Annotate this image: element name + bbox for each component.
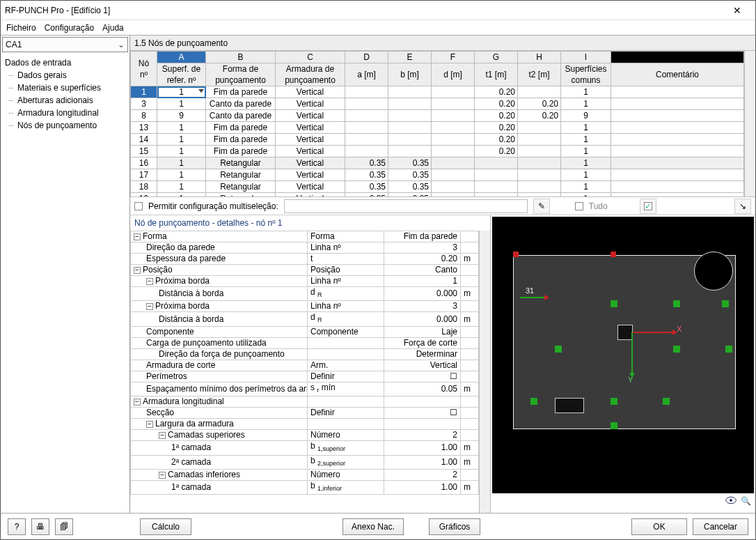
- cell-t1[interactable]: 0.20: [475, 110, 518, 122]
- detail-row[interactable]: Direção da força de punçoamento Determin…: [131, 348, 479, 360]
- col-no[interactable]: Nó nº: [131, 52, 157, 86]
- detail-value[interactable]: 0.000: [384, 312, 461, 326]
- cell-comment[interactable]: [611, 146, 744, 157]
- detail-value[interactable]: 1.00: [384, 441, 461, 455]
- detail-value[interactable]: Canto: [384, 265, 461, 276]
- apply-button[interactable]: [640, 199, 656, 214]
- cell-d[interactable]: [432, 134, 475, 146]
- detail-row[interactable]: Distância à borda d R 0.000 m: [131, 312, 479, 326]
- graficos-button[interactable]: Gráficos: [429, 518, 480, 535]
- detail-value[interactable]: 0.05: [384, 382, 461, 396]
- cell-t2[interactable]: 0.20: [518, 110, 561, 122]
- row-no[interactable]: 15: [131, 146, 157, 157]
- table-row[interactable]: 13 1 Fim da parede Vertical 0.20 1: [131, 122, 744, 134]
- cell-sup[interactable]: 1: [561, 157, 611, 169]
- cell-t1[interactable]: [475, 181, 518, 193]
- cell-forma[interactable]: Fim da parede: [206, 146, 276, 157]
- cell-surf[interactable]: 1: [157, 98, 206, 110]
- detail-row[interactable]: −Forma Forma Fim da parede: [131, 231, 479, 242]
- cell-t1[interactable]: 0.20: [475, 134, 518, 146]
- cell-surf[interactable]: 1: [157, 157, 206, 169]
- detail-row[interactable]: 1ª camada b 1,inferior 1.00 m: [131, 480, 479, 494]
- row-no[interactable]: 1: [131, 86, 157, 98]
- cell-forma[interactable]: Retangular: [206, 193, 276, 197]
- cell-a[interactable]: 0.35: [345, 193, 388, 197]
- cell-arm[interactable]: Vertical: [276, 86, 345, 98]
- table-row[interactable]: 18 1 Retangular Vertical 0.35 0.35 1: [131, 181, 744, 193]
- cell-t2[interactable]: [518, 193, 561, 197]
- anexo-button[interactable]: Anexo Nac.: [342, 518, 404, 535]
- col-G[interactable]: G: [475, 52, 518, 63]
- detail-row[interactable]: Espaçamento mínimo dos perímetros da arm…: [131, 382, 479, 396]
- tudo-checkbox[interactable]: [575, 202, 583, 210]
- multiselect-checkbox[interactable]: [134, 202, 143, 210]
- cell-forma[interactable]: Canto da parede: [206, 110, 276, 122]
- cell-forma[interactable]: Fim da parede: [206, 122, 276, 134]
- row-no[interactable]: 3: [131, 98, 157, 110]
- cell-sup[interactable]: 1: [561, 181, 611, 193]
- table-row[interactable]: 19 1 Retangular Vertical 0.35 0.35 1: [131, 193, 744, 197]
- cell-arm[interactable]: Vertical: [276, 122, 345, 134]
- detail-row[interactable]: −Camadas inferiores Número 2: [131, 469, 479, 480]
- col-E[interactable]: E: [388, 52, 432, 63]
- table-row[interactable]: 14 1 Fim da parede Vertical 0.20 1: [131, 134, 744, 146]
- nodes-table[interactable]: Nó nº A B C D E F G H I J Superf.: [130, 51, 744, 196]
- cell-sup[interactable]: 1: [561, 98, 611, 110]
- cell-t2[interactable]: [518, 181, 561, 193]
- detail-row[interactable]: Secção Definir ☐: [131, 408, 479, 419]
- cell-t1[interactable]: 0.20: [475, 86, 518, 98]
- detail-value[interactable]: Força de corte: [384, 337, 461, 348]
- cell-forma[interactable]: Canto da parede: [206, 98, 276, 110]
- detail-row[interactable]: 1ª camada b 1,superior 1.00 m: [131, 441, 479, 455]
- load-case-select[interactable]: CA1 ⌄: [2, 37, 128, 52]
- cell-forma[interactable]: Retangular: [206, 181, 276, 193]
- cell-a[interactable]: 0.35: [345, 169, 388, 181]
- cell-arm[interactable]: Vertical: [276, 146, 345, 157]
- detail-value[interactable]: Laje: [384, 326, 461, 337]
- cell-b[interactable]: [388, 134, 432, 146]
- cell-b[interactable]: [388, 86, 432, 98]
- detail-row[interactable]: 2ª camada b 2,superior 1.00 m: [131, 455, 479, 469]
- detail-row[interactable]: −Largura da armadura: [131, 419, 479, 430]
- tree-item[interactable]: Materiais e superfícies: [3, 82, 127, 94]
- cell-d[interactable]: [432, 98, 475, 110]
- cell-surf[interactable]: 1: [157, 122, 206, 134]
- row-no[interactable]: 18: [131, 181, 157, 193]
- cell-b[interactable]: [388, 98, 432, 110]
- cell-a[interactable]: [345, 146, 388, 157]
- cell-surf[interactable]: 9: [157, 110, 206, 122]
- cell-comment[interactable]: [611, 157, 744, 169]
- table-row[interactable]: 17 1 Retangular Vertical 0.35 0.35 1: [131, 169, 744, 181]
- details-scrollbar[interactable]: [479, 231, 490, 513]
- row-no[interactable]: 8: [131, 110, 157, 122]
- cell-d[interactable]: [432, 122, 475, 134]
- row-no[interactable]: 19: [131, 193, 157, 197]
- col-A[interactable]: A: [157, 52, 206, 63]
- cell-t1[interactable]: [475, 193, 518, 197]
- cell-t1[interactable]: 0.20: [475, 98, 518, 110]
- cell-arm[interactable]: Vertical: [276, 134, 345, 146]
- menu-ficheiro[interactable]: Ficheiro: [6, 23, 36, 33]
- view-toggle-button[interactable]: [725, 496, 737, 511]
- detail-value[interactable]: 1.00: [384, 480, 461, 494]
- cell-t2[interactable]: [518, 169, 561, 181]
- grid-scrollbar[interactable]: [744, 51, 755, 196]
- cell-a[interactable]: [345, 86, 388, 98]
- col-i-label[interactable]: Superfícies comuns: [561, 63, 611, 86]
- table-row[interactable]: 8 9 Canto da parede Vertical 0.20 0.20 9: [131, 110, 744, 122]
- detail-value[interactable]: Vertical: [384, 360, 461, 371]
- detail-row[interactable]: Componente Componente Laje: [131, 326, 479, 337]
- cell-b[interactable]: 0.35: [388, 193, 432, 197]
- cell-comment[interactable]: [611, 110, 744, 122]
- detail-row[interactable]: Carga de punçoamento utilizada Força de …: [131, 337, 479, 348]
- detail-value[interactable]: [384, 419, 461, 430]
- cell-forma[interactable]: Retangular: [206, 157, 276, 169]
- cell-d[interactable]: [432, 157, 475, 169]
- export-button[interactable]: 🖶: [31, 518, 49, 535]
- detail-value[interactable]: 2: [384, 430, 461, 441]
- col-D[interactable]: D: [345, 52, 388, 63]
- detail-row[interactable]: Armadura de corte Arm. Vertical: [131, 360, 479, 371]
- col-e-label[interactable]: b [m]: [388, 63, 432, 86]
- table-row[interactable]: 3 1 Canto da parede Vertical 0.20 0.20 1: [131, 98, 744, 110]
- detail-value[interactable]: ☐: [384, 408, 461, 419]
